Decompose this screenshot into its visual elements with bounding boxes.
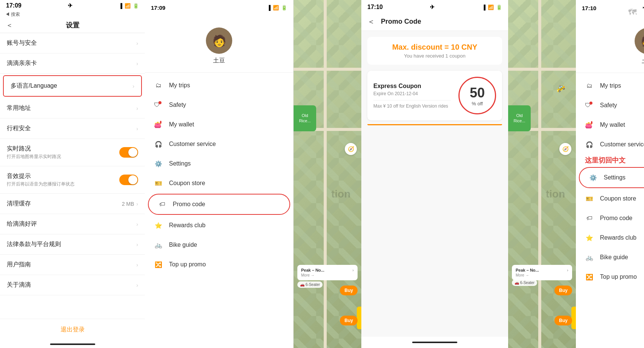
settings-item-trip-safety[interactable]: 行程安全 › <box>0 119 145 139</box>
back-button-1[interactable]: ＜ <box>6 21 13 30</box>
sidebar-item-customer-service-2[interactable]: 🎧 Customer service <box>576 135 644 154</box>
sidebar-item-promo-code[interactable]: 🏷 Promo code <box>148 194 290 215</box>
rewards-icon: ⭐ <box>154 221 163 230</box>
sidebar-label-promo-code-2: Promo code <box>600 215 632 222</box>
sidebar-item-safety-2[interactable]: 🛡 Safety <box>576 96 644 115</box>
sidebar-item-rewards-2[interactable]: ⭐ Rewards club <box>576 228 644 248</box>
map-green-button-2[interactable]: OldRice... <box>508 105 531 131</box>
item-left-realtime: 实时路况 打开后地图将显示实时路况 <box>7 145 61 160</box>
settings-item-address[interactable]: 常用地址 › <box>0 98 145 119</box>
status-bar-1: 17:09 ✈ ▐ 📶 🔋 <box>0 0 145 11</box>
settings-title: 设置 <box>66 21 79 30</box>
annotation-text: 这里切回中文 <box>576 154 644 166</box>
sidebar-item-promo-code-2[interactable]: 🏷 Promo code <box>576 208 644 228</box>
promo-panel: 17:10 ✈ ▐ 📶 🔋 ＜ Promo Code Max. discount… <box>361 0 508 348</box>
map-more-1[interactable]: More → <box>301 273 354 277</box>
coupon-expire: Expire On 2021-12-04 <box>373 91 451 96</box>
toggle-realtime[interactable] <box>119 147 138 158</box>
sidebar-item-customer-service[interactable]: 🎧 Customer service <box>145 134 293 154</box>
settings-icon-2: ⚙️ <box>589 173 598 182</box>
map-background-2: OldRice... 🧭 🚕 tion Peak – No... › More … <box>508 0 576 348</box>
topup-icon: 🔀 <box>154 260 163 269</box>
settings-item-about[interactable]: 关于滴滴 › <box>0 275 145 295</box>
arrow-icon-7: › <box>136 221 138 227</box>
buy-button-2[interactable]: Buy <box>340 316 358 325</box>
coupon-bottom-line <box>367 124 502 125</box>
trips-icon: 🗂 <box>154 81 163 90</box>
map-card-arrow-1[interactable]: › <box>352 268 354 272</box>
map-compass-2[interactable]: 🧭 <box>559 143 571 155</box>
buy-button-4[interactable]: Buy <box>554 316 572 325</box>
item-sub-realtime: 打开后地图将显示实时路况 <box>7 153 61 160</box>
trips-icon-2: 🗂 <box>585 81 594 90</box>
settings-item-realtime[interactable]: 实时路况 打开后地图将显示实时路况 <box>0 139 145 166</box>
sidebar-item-bike-guide[interactable]: 🚲 Bike guide <box>145 235 293 255</box>
back-button-promo[interactable]: ＜ <box>367 17 375 27</box>
avatar-figure-2: 🧑 <box>641 35 644 48</box>
sidebar-item-wallet-2[interactable]: 👛 My wallet <box>576 115 644 135</box>
settings-item-legal[interactable]: 法律条款与平台规则 › <box>0 234 145 255</box>
settings-item-account[interactable]: 账号与安全 › <box>0 33 145 53</box>
settings-item-language[interactable]: 多语言/Language › <box>3 75 142 97</box>
item-sub-sound: 打开后将以语音为您播报订单状态 <box>7 181 75 187</box>
signal-icon-3: ▐ <box>482 5 486 10</box>
coupon-info-block: Express Coupon Expire On 2021-12-04 <box>373 83 451 96</box>
map-green-button-1[interactable]: OldRice... <box>294 105 316 131</box>
item-title-realtime: 实时路况 <box>7 145 61 153</box>
sidebar-label-trips: My trips <box>169 82 190 89</box>
item-title-address: 常用地址 <box>7 104 31 112</box>
battery-icon-2: 🔋 <box>281 5 287 11</box>
sidebar-item-safety[interactable]: 🛡 Safety <box>145 95 293 115</box>
map-road-h3 <box>508 68 576 71</box>
map-bottom-card-1: Peak – No... › More → <box>297 265 358 280</box>
sidebar-item-rewards-club[interactable]: ⭐ Rewards club <box>145 216 293 235</box>
map-card-arrow-2[interactable]: › <box>567 268 568 272</box>
badge-safety-2 <box>589 102 592 105</box>
sidebar-nav-1: 🗂 My trips 🛡 Safety 👛 My wallet 🎧 Custom… <box>145 73 293 348</box>
settings-item-family[interactable]: 滴滴亲亲卡 › <box>0 53 145 74</box>
avatar-1: 🧑 <box>206 27 232 54</box>
settings-item-sound[interactable]: 音效提示 打开后将以语音为您播报订单状态 <box>0 166 145 194</box>
status-bar-sidebar: 17:09 ▐ 📶 🔋 <box>145 0 293 12</box>
sidebar-label-safety-2: Safety <box>600 102 617 109</box>
signal-icon: ▐ <box>119 3 122 9</box>
buy-button-3[interactable]: Buy <box>554 286 572 295</box>
toggle-sound[interactable] <box>119 175 138 185</box>
time-sidebar: 17:09 <box>151 5 165 11</box>
item-title-trip-safety: 行程安全 <box>7 125 31 132</box>
sidebar-item-topup-promo-2[interactable]: 🔀 Top up promo <box>576 267 644 287</box>
sidebar-item-my-trips[interactable]: 🗂 My trips <box>145 76 293 95</box>
sidebar-label-topup-2: Top up promo <box>600 274 637 280</box>
sidebar-item-coupon-store[interactable]: 🎫 Coupon store <box>145 173 293 193</box>
settings-item-rate[interactable]: 给滴滴好评 › <box>0 214 145 234</box>
time-promo: 17:10 <box>367 4 383 11</box>
sidebar-item-settings-2[interactable]: ⚙️ Settings <box>579 167 644 188</box>
buy-button-1[interactable]: Buy <box>340 286 358 295</box>
map-tion-text-2: tion <box>508 188 565 200</box>
customer-service-icon-2: 🎧 <box>585 140 594 149</box>
safety-icon-2: 🛡 <box>585 101 594 110</box>
item-title-cache: 清理缓存 <box>7 200 31 208</box>
status-icons-promo: ▐ 📶 🔋 <box>482 5 502 10</box>
bike-icon: 🚲 <box>154 240 163 249</box>
battery-icon-3: 🔋 <box>496 5 502 10</box>
coupon-card: Express Coupon Expire On 2021-12-04 Max … <box>367 71 502 120</box>
map-icon-2[interactable]: 🗺 <box>628 8 636 17</box>
settings-item-guide[interactable]: 用户指南 › <box>0 255 145 275</box>
sidebar-item-bike-guide-2[interactable]: 🚲 Bike guide <box>576 248 644 267</box>
map-compass-1[interactable]: 🧭 <box>345 143 357 155</box>
sidebar-item-topup-promo[interactable]: 🔀 Top up promo <box>145 255 293 274</box>
location-icon-sidebar2: ✈ <box>642 5 644 11</box>
settings-item-cache[interactable]: 清理缓存 2 MB › <box>0 194 145 214</box>
sidebar-item-settings[interactable]: ⚙️ Settings <box>145 154 293 173</box>
sidebar-item-coupon-store-2[interactable]: 🎫 Coupon store <box>576 189 644 208</box>
sidebar-item-wallet[interactable]: 👛 My wallet <box>145 115 293 134</box>
battery-icon: 🔋 <box>133 3 139 9</box>
logout-button[interactable]: 退出登录 <box>0 319 145 340</box>
sidebar-label-rewards-2: Rewards club <box>600 234 636 241</box>
item-title-account: 账号与安全 <box>7 39 37 47</box>
safety-icon: 🛡 <box>154 100 163 109</box>
map-more-2[interactable]: More → <box>516 273 568 277</box>
badge-wallet <box>160 121 161 124</box>
sidebar-item-my-trips-2[interactable]: 🗂 My trips <box>576 76 644 96</box>
